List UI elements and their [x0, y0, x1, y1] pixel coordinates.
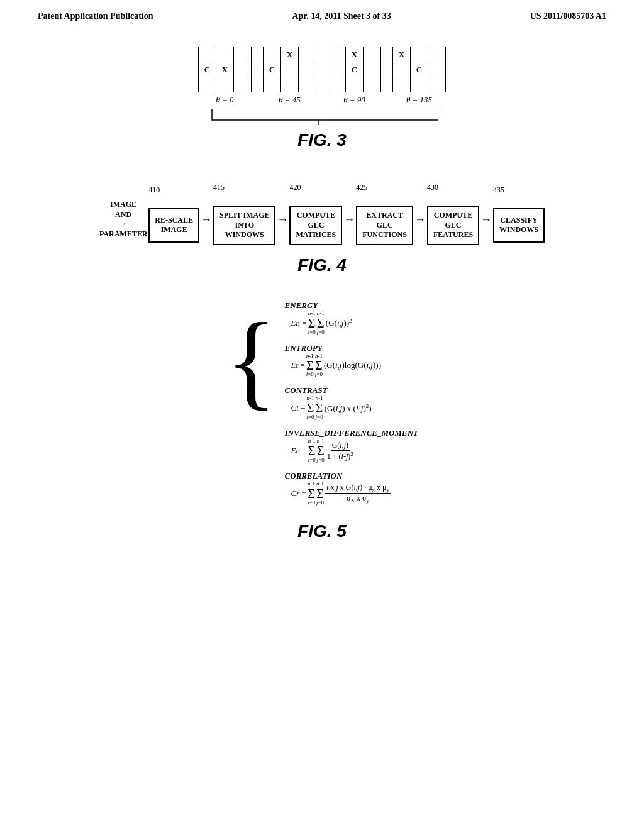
flow-step-425: 425 EXTRACTGLCFUNCTIONS: [356, 194, 413, 245]
entropy-block: ENTROPY Et = n-1 Σ i=0 n-1 Σ j=0: [285, 343, 418, 379]
flow-box-430: COMPUTEGLCFEATURES: [427, 206, 479, 245]
arrow-415-420: →: [277, 213, 288, 226]
flow-step-410: 410 RE-SCALEIMAGE: [148, 197, 199, 243]
flow-input-label: IMAGE AND → PARAMETER: [99, 200, 147, 239]
fig3-title: FIG. 3: [297, 130, 347, 150]
idm-block: INVERSE_DIFFERENCE_MOMENT En = n-1 Σ i=0…: [285, 428, 418, 463]
contrast-block: CONTRAST Ct = n-1 Σ i=0 n-1 Σ j=0: [285, 385, 418, 421]
flow-box-410: RE-SCALEIMAGE: [148, 208, 199, 243]
correlation-eq: Cr = n-1 Σ i=0 n-1 Σ j=0: [291, 481, 418, 506]
flow-box-425: EXTRACTGLCFUNCTIONS: [356, 206, 413, 245]
grid-table-90: X C: [328, 47, 381, 92]
fig4-title: FIG. 4: [297, 255, 347, 275]
formulas-list: ENERGY En = n-1 Σ i=0 n-1 Σ j=0: [285, 301, 418, 509]
flow-box-420: COMPUTEGLCMATRICES: [289, 206, 342, 245]
contrast-eq: Ct = n-1 Σ i=0 n-1 Σ j=0 (G(i,j: [291, 396, 418, 421]
brace-svg: [206, 106, 438, 125]
fig3-section: CX θ = 0 X C θ = 45 X C θ = 90: [0, 47, 644, 150]
correlation-name: CORRELATION: [285, 471, 418, 481]
grid-table-0: CX: [198, 47, 252, 92]
fig4-section: IMAGE AND → PARAMETER 410 RE-SCALEIMAGE …: [0, 175, 644, 275]
idm-name: INVERSE_DIFFERENCE_MOMENT: [285, 428, 418, 438]
theta0-label: θ = 0: [216, 95, 233, 105]
energy-block: ENERGY En = n-1 Σ i=0 n-1 Σ j=0: [285, 301, 418, 336]
page-header: Patent Application Publication Apr. 14, …: [0, 0, 644, 21]
flow-step-435: 435 CLASSIFYWINDOWS: [493, 197, 545, 243]
grid-table-135: X C: [392, 47, 446, 92]
idm-eq: En = n-1 Σ i=0 n-1 Σ j=0: [291, 438, 418, 463]
flow-step-415: 415 SPLIT IMAGEINTOWINDOWS: [213, 194, 275, 245]
flow-num-410: 410: [148, 185, 160, 195]
header-left: Patent Application Publication: [38, 11, 153, 21]
grid-theta0: CX θ = 0: [198, 47, 252, 105]
flow-box-415: SPLIT IMAGEINTOWINDOWS: [213, 206, 275, 245]
flow-num-430: 430: [427, 183, 438, 192]
header-middle: Apr. 14, 2011 Sheet 3 of 33: [292, 11, 391, 21]
flowchart: IMAGE AND → PARAMETER 410 RE-SCALEIMAGE …: [99, 194, 545, 245]
theta135-label: θ = 135: [406, 95, 432, 105]
arrow-410-415: →: [201, 213, 212, 226]
energy-eq: En = n-1 Σ i=0 n-1 Σ j=0 (G(i,j: [291, 311, 418, 336]
arrow-430-435: →: [480, 213, 492, 226]
flow-step-430: 430 COMPUTEGLCFEATURES: [427, 194, 479, 245]
flow-box-435: CLASSIFYWINDOWS: [493, 208, 545, 243]
grid-theta135: X C θ = 135: [392, 47, 446, 105]
energy-name: ENERGY: [285, 301, 418, 311]
header-right: US 2011/0085703 A1: [530, 11, 606, 21]
arrow-425-430: →: [414, 213, 426, 226]
fig5-title: FIG. 5: [297, 521, 347, 541]
grid-theta90: X C θ = 90: [328, 47, 381, 105]
theta45-label: θ = 45: [279, 95, 301, 105]
flow-num-420: 420: [289, 183, 301, 192]
brace-container: [206, 106, 438, 125]
arrow-420-425: →: [343, 213, 355, 226]
fig3-grids: CX θ = 0 X C θ = 45 X C θ = 90: [198, 47, 446, 105]
grid-theta45: X C θ = 45: [263, 47, 316, 105]
flow-num-415: 415: [213, 183, 225, 192]
grid-table-45: X C: [263, 47, 316, 92]
flow-num-425: 425: [356, 183, 367, 192]
entropy-eq: Et = n-1 Σ i=0 n-1 Σ j=0 (G(i,j: [291, 353, 418, 379]
fig5-content: { ENERGY En = n-1 Σ i=0 n-1: [226, 301, 418, 509]
theta90-label: θ = 90: [343, 95, 365, 105]
contrast-name: CONTRAST: [285, 385, 418, 396]
fig5-section: { ENERGY En = n-1 Σ i=0 n-1: [0, 301, 644, 541]
correlation-block: CORRELATION Cr = n-1 Σ i=0 n-1 Σ j=0: [285, 471, 418, 506]
left-brace: {: [226, 307, 277, 414]
entropy-name: ENTROPY: [285, 343, 418, 353]
flow-num-435: 435: [493, 185, 504, 195]
flow-step-420: 420 COMPUTEGLCMATRICES: [289, 194, 342, 245]
